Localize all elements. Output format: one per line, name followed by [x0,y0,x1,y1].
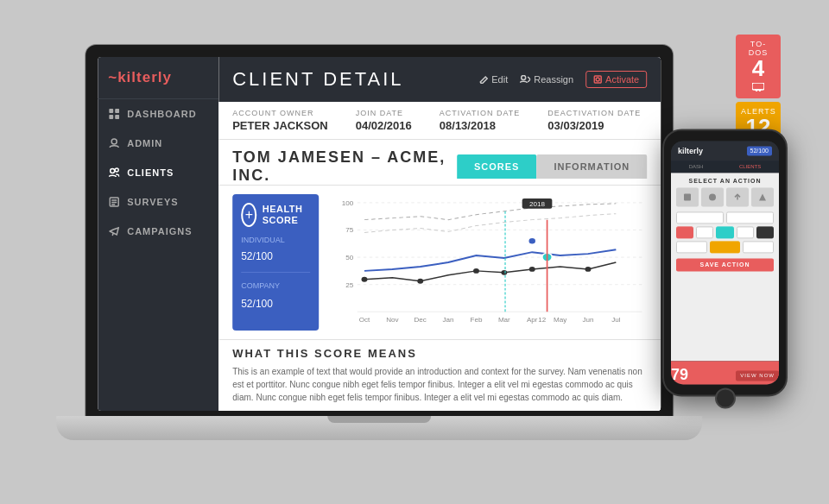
svg-marker-49 [756,90,761,91]
phone-field-teal[interactable] [716,226,733,238]
activation-date-value: 08/13/2018 [440,119,521,132]
account-owner-label: Account Owner [232,109,328,117]
header-actions: Edit Reassign [479,71,647,88]
sidebar-label-dashboard: DASHBOARD [127,109,197,119]
phone-field-dark[interactable] [756,226,774,238]
svg-text:Jul: Jul [611,317,621,324]
tab-scores[interactable]: SCORES [457,154,536,179]
svg-point-6 [115,168,118,172]
sidebar-label-surveys: SURVEYS [127,197,178,207]
phone-fields [676,211,774,253]
activate-label: Activate [605,74,639,85]
deactivation-date-value: 03/03/2019 [547,119,641,132]
phone-action-title: SELECT AN ACTION [676,178,774,184]
svg-text:Apr: Apr [527,317,538,324]
phone-field-row-3 [676,241,774,253]
header: CLIENT DETAIL Edit [218,57,661,102]
health-score-label: Health Score [263,204,311,226]
edit-label: Edit [491,74,508,85]
phone-view-now-button[interactable]: VIEW NOW [736,370,779,381]
svg-text:Jun: Jun [582,317,593,324]
join-date-value: 04/02/2016 [356,119,412,132]
svg-text:Feb: Feb [471,317,483,324]
reassign-button[interactable]: Reassign [520,74,573,85]
sidebar-item-admin[interactable]: ADMIN [98,129,218,158]
svg-point-37 [417,279,423,284]
svg-point-40 [529,267,535,272]
svg-point-39 [501,270,507,275]
sidebar-item-dashboard[interactable]: DASHBOARD [98,99,218,129]
phone-field-6[interactable] [743,241,774,253]
phone-header: kilterly 52/100 [671,141,779,161]
logo-accent: ~ [108,69,117,85]
phone-save-button[interactable]: SAVE ACTION [676,258,774,271]
phone-field-row-2 [676,226,774,238]
phone-action-btn-3[interactable] [726,187,749,206]
phone-nav: DASH CLIENTS [671,161,779,173]
svg-rect-0 [109,109,113,113]
phone-action-btn-2[interactable] [701,187,724,206]
phone: kilterly 52/100 DASH CLIENTS SELECT AN A… [662,129,788,396]
client-info-bar: Account Owner PETER JACKSON Join Date 04… [218,102,661,140]
phone-field-yellow[interactable] [710,241,741,253]
score-section: + Health Score Individual 52/100 [218,186,661,339]
phone-home-button[interactable] [715,387,736,408]
phone-action-btn-4[interactable] [751,187,774,206]
join-date-field: Join Date 04/02/2016 [356,109,412,132]
phone-screen: kilterly 52/100 DASH CLIENTS SELECT AN A… [671,141,779,384]
svg-text:Oct: Oct [359,317,371,324]
laptop-screen-outer: ~kilterly DASHBOARD [85,45,673,416]
sidebar-item-surveys[interactable]: SURVEYS [98,187,218,217]
svg-text:Nov: Nov [386,317,399,324]
score-meaning-title: WHAT THIS SCORE MEANS [232,347,647,360]
phone-action-btn-1[interactable] [676,187,699,206]
activation-date-label: Activation Date [440,109,521,117]
sidebar-item-campaigns[interactable]: CAMPAIGNS [98,217,218,246]
phone-field-3[interactable] [696,226,713,238]
svg-text:12: 12 [538,317,546,324]
svg-point-41 [585,267,592,272]
health-score-icon: + [241,203,256,227]
deactivation-date-field: Deactivation Date 03/03/2019 [547,109,641,132]
svg-rect-14 [594,76,601,83]
svg-point-53 [709,193,716,200]
phone-field-red[interactable] [676,226,693,238]
svg-text:2018: 2018 [529,200,545,207]
svg-text:75: 75 [345,227,353,234]
phone-field-5[interactable] [676,241,707,253]
phone-bottom-num: 79 [671,366,688,384]
chart-area: 100 75 50 25 Oct Nov Dec Jan Feb [327,194,647,331]
admin-icon [108,137,120,149]
todos-badge: To-Dos 4 [736,35,781,98]
laptop-base [56,416,702,440]
svg-text:100: 100 [342,199,353,206]
phone-logo: kilterly [678,147,703,155]
phone-nav-dashboard[interactable]: DASH [689,164,704,169]
scene: ~kilterly DASHBOARD [0,0,829,504]
svg-point-36 [362,277,368,282]
deactivation-date-label: Deactivation Date [547,109,641,117]
svg-line-11 [112,233,113,236]
svg-text:May: May [554,317,567,324]
phone-field-2[interactable] [726,211,774,224]
account-owner-field: Account Owner PETER JACKSON [232,109,328,132]
svg-point-4 [111,139,117,144]
reassign-label: Reassign [534,74,573,85]
activate-button[interactable]: Activate [585,71,647,88]
individual-label: Individual [241,236,310,244]
phone-nav-clients[interactable]: CLIENTS [739,164,761,169]
individual-max: /100 [253,250,273,262]
edit-button[interactable]: Edit [479,74,508,85]
svg-text:50: 50 [345,255,353,261]
company-label: Company [241,281,310,290]
tab-information[interactable]: INFORMATION [536,154,647,179]
sidebar-item-clients[interactable]: CLIENTS [98,158,218,187]
svg-text:25: 25 [345,281,353,288]
phone-field-4[interactable] [737,226,754,238]
svg-text:Dec: Dec [414,317,427,324]
phone-field-1[interactable] [676,211,724,224]
svg-point-5 [111,169,115,173]
company-max: /100 [253,298,273,310]
phone-score-badge: 52/100 [747,146,772,155]
todos-count: 4 [741,57,775,79]
